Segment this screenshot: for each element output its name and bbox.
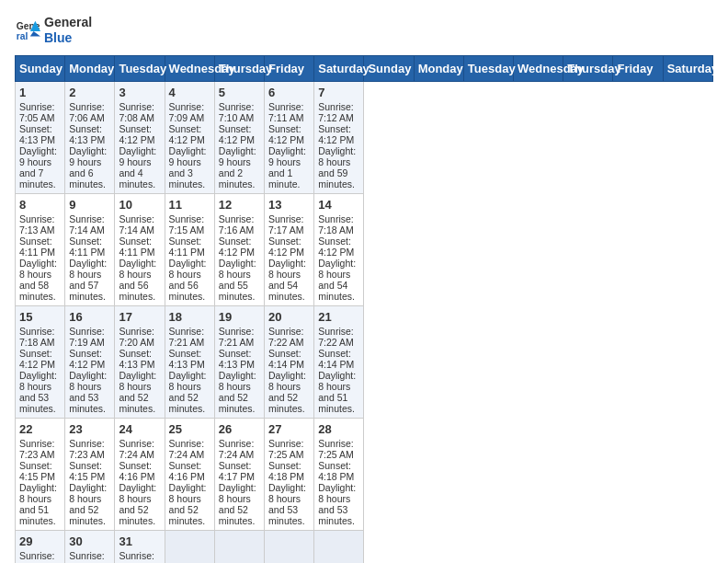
sunset-text: Sunset: 4:15 PM [69, 460, 105, 482]
sunset-text: Sunset: 4:13 PM [119, 348, 154, 370]
sunrise-text: Sunrise: 7:22 AM [318, 326, 354, 348]
day-number: 4 [169, 86, 210, 99]
sunrise-text: Sunrise: 7:25 AM [69, 550, 105, 563]
sunset-text: Sunset: 4:13 PM [69, 123, 105, 145]
calendar-week-2: 8Sunrise: 7:13 AMSunset: 4:11 PMDaylight… [16, 193, 713, 305]
sunrise-text: Sunrise: 7:17 AM [268, 213, 304, 236]
daylight-text: Daylight: 8 hours and 52 minutes. [119, 482, 156, 526]
logo-text: General Blue [44, 15, 92, 46]
sunrise-text: Sunrise: 7:15 AM [169, 213, 205, 236]
sunset-text: Sunset: 4:18 PM [268, 460, 304, 482]
sunrise-text: Sunrise: 7:21 AM [169, 326, 205, 348]
calendar-cell: 11Sunrise: 7:15 AMSunset: 4:11 PMDayligh… [165, 193, 214, 305]
sunset-text: Sunset: 4:12 PM [219, 123, 255, 145]
day-number: 25 [169, 422, 210, 436]
calendar-cell: 20Sunrise: 7:22 AMSunset: 4:14 PMDayligh… [265, 305, 314, 418]
sunset-text: Sunset: 4:11 PM [169, 236, 205, 258]
day-number: 8 [19, 198, 61, 212]
calendar-cell: 26Sunrise: 7:24 AMSunset: 4:17 PMDayligh… [214, 418, 264, 530]
header-wednesday: Wednesday [165, 55, 214, 81]
day-number: 16 [69, 310, 110, 324]
calendar-cell: 28Sunrise: 7:25 AMSunset: 4:18 PMDayligh… [314, 418, 364, 530]
calendar-cell: 3Sunrise: 7:08 AMSunset: 4:12 PMDaylight… [115, 81, 165, 193]
sunrise-text: Sunrise: 7:18 AM [318, 213, 354, 236]
daylight-text: Daylight: 9 hours and 4 minutes. [119, 145, 156, 190]
calendar-cell: 31Sunrise: 7:25 AMSunset: 4:21 PMDayligh… [115, 530, 165, 563]
calendar-cell: 10Sunrise: 7:14 AMSunset: 4:11 PMDayligh… [115, 193, 165, 305]
day-number: 19 [219, 310, 260, 324]
sunrise-text: Sunrise: 7:21 AM [219, 326, 255, 348]
calendar-cell [214, 530, 264, 563]
column-header-sunday: Sunday [364, 55, 414, 81]
calendar-week-4: 22Sunrise: 7:23 AMSunset: 4:15 PMDayligh… [16, 418, 713, 530]
daylight-text: Daylight: 8 hours and 52 minutes. [119, 370, 156, 414]
sunrise-text: Sunrise: 7:05 AM [19, 101, 55, 123]
calendar-cell: 29Sunrise: 7:25 AMSunset: 4:19 PMDayligh… [16, 530, 65, 563]
column-header-friday: Friday [613, 55, 663, 81]
calendar-cell: 23Sunrise: 7:23 AMSunset: 4:15 PMDayligh… [65, 418, 115, 530]
daylight-text: Daylight: 8 hours and 51 minutes. [19, 482, 57, 526]
sunrise-text: Sunrise: 7:24 AM [119, 438, 154, 460]
sunrise-text: Sunrise: 7:09 AM [169, 101, 205, 123]
calendar-header-row: SundayMondayTuesdayWednesdayThursdayFrid… [16, 55, 713, 81]
svg-text:ral: ral [17, 31, 28, 41]
daylight-text: Daylight: 9 hours and 7 minutes. [19, 145, 57, 190]
daylight-text: Daylight: 9 hours and 6 minutes. [69, 145, 107, 190]
daylight-text: Daylight: 8 hours and 56 minutes. [169, 258, 207, 302]
daylight-text: Daylight: 8 hours and 52 minutes. [169, 370, 207, 414]
sunset-text: Sunset: 4:14 PM [268, 348, 304, 370]
day-number: 1 [19, 86, 61, 99]
calendar-cell: 2Sunrise: 7:06 AMSunset: 4:13 PMDaylight… [65, 81, 115, 193]
sunset-text: Sunset: 4:12 PM [169, 123, 205, 145]
sunset-text: Sunset: 4:11 PM [119, 236, 154, 258]
calendar-cell: 19Sunrise: 7:21 AMSunset: 4:13 PMDayligh… [214, 305, 264, 418]
sunrise-text: Sunrise: 7:11 AM [268, 101, 304, 123]
calendar-cell: 25Sunrise: 7:24 AMSunset: 4:16 PMDayligh… [165, 418, 214, 530]
sunset-text: Sunset: 4:12 PM [318, 236, 354, 258]
sunrise-text: Sunrise: 7:14 AM [69, 213, 105, 236]
daylight-text: Daylight: 8 hours and 52 minutes. [268, 370, 306, 414]
day-number: 31 [119, 534, 160, 548]
calendar-cell: 14Sunrise: 7:18 AMSunset: 4:12 PMDayligh… [314, 193, 364, 305]
day-number: 24 [119, 422, 160, 436]
day-number: 11 [169, 198, 210, 212]
day-number: 29 [19, 534, 61, 548]
header-sunday: Sunday [16, 55, 65, 81]
logo: Gene ral General Blue [15, 15, 92, 46]
day-number: 30 [69, 534, 110, 548]
day-number: 6 [268, 86, 310, 99]
sunrise-text: Sunrise: 7:24 AM [219, 438, 255, 460]
day-number: 28 [318, 422, 359, 436]
calendar-cell: 8Sunrise: 7:13 AMSunset: 4:11 PMDaylight… [16, 193, 65, 305]
sunrise-text: Sunrise: 7:25 AM [268, 438, 304, 460]
sunset-text: Sunset: 4:12 PM [119, 123, 154, 145]
calendar-cell [265, 530, 314, 563]
daylight-text: Daylight: 8 hours and 55 minutes. [219, 258, 256, 302]
day-number: 14 [318, 198, 359, 212]
day-number: 7 [318, 86, 359, 99]
daylight-text: Daylight: 8 hours and 57 minutes. [69, 258, 107, 302]
sunrise-text: Sunrise: 7:25 AM [318, 438, 354, 460]
daylight-text: Daylight: 9 hours and 1 minute. [268, 145, 306, 190]
sunrise-text: Sunrise: 7:16 AM [219, 213, 255, 236]
calendar-cell: 7Sunrise: 7:12 AMSunset: 4:12 PMDaylight… [314, 81, 364, 193]
calendar-cell [165, 530, 214, 563]
daylight-text: Daylight: 9 hours and 2 minutes. [219, 145, 256, 190]
day-number: 26 [219, 422, 260, 436]
calendar-week-5: 29Sunrise: 7:25 AMSunset: 4:19 PMDayligh… [16, 530, 713, 563]
sunset-text: Sunset: 4:13 PM [19, 123, 55, 145]
calendar-cell: 18Sunrise: 7:21 AMSunset: 4:13 PMDayligh… [165, 305, 214, 418]
sunset-text: Sunset: 4:12 PM [318, 123, 354, 145]
sunset-text: Sunset: 4:14 PM [318, 348, 354, 370]
calendar-week-3: 15Sunrise: 7:18 AMSunset: 4:12 PMDayligh… [16, 305, 713, 418]
svg-marker-3 [30, 31, 40, 37]
day-number: 3 [119, 86, 160, 99]
header-friday: Friday [265, 55, 314, 81]
day-number: 10 [119, 198, 160, 212]
daylight-text: Daylight: 9 hours and 3 minutes. [169, 145, 207, 190]
column-header-saturday: Saturday [663, 55, 712, 81]
daylight-text: Daylight: 8 hours and 54 minutes. [318, 258, 356, 302]
sunset-text: Sunset: 4:13 PM [169, 348, 205, 370]
sunset-text: Sunset: 4:16 PM [119, 460, 154, 482]
sunset-text: Sunset: 4:16 PM [169, 460, 205, 482]
